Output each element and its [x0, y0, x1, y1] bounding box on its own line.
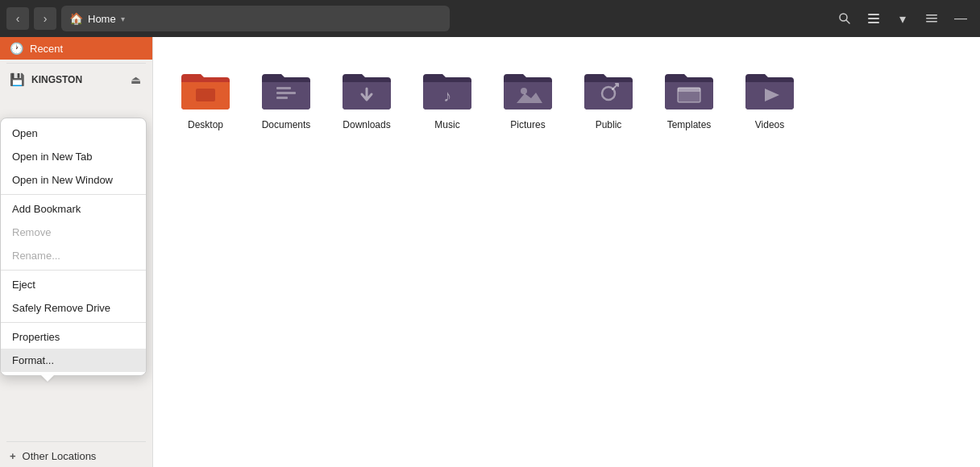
folder-label-downloads: Downloads: [343, 119, 390, 130]
recent-icon: 🕐: [10, 42, 23, 55]
minimize-button[interactable]: —: [948, 6, 974, 31]
sidebar: 🕐 Recent Open Open in New Tab Open in Ne…: [0, 37, 153, 467]
svg-rect-5: [926, 14, 937, 16]
folder-grid: Desktop Documents: [169, 56, 964, 137]
view-list-button[interactable]: [861, 6, 887, 31]
folder-item-public[interactable]: Public: [572, 56, 645, 137]
kingston-drive-icon: 💾: [10, 72, 25, 87]
home-icon: 🏠: [69, 12, 83, 25]
search-button[interactable]: [832, 6, 858, 31]
svg-rect-4: [868, 22, 879, 23]
header: ‹ › 🏠 Home ▾ ▾ —: [0, 0, 980, 37]
sidebar-divider-1: [6, 63, 146, 64]
recent-label: Recent: [30, 43, 63, 55]
back-button[interactable]: ‹: [6, 7, 29, 30]
other-locations-icon: +: [10, 450, 16, 462]
folder-item-templates[interactable]: Templates: [653, 56, 725, 137]
folder-label-music: Music: [434, 119, 459, 130]
folder-icon-desktop: [180, 63, 231, 114]
kingston-label: KINGSTON: [31, 74, 122, 85]
breadcrumb-bar: 🏠 Home ▾: [61, 6, 450, 31]
folder-label-videos: Videos: [755, 119, 784, 130]
header-actions: ▾ —: [832, 6, 974, 31]
other-locations-label: Other Locations: [23, 450, 97, 462]
ctx-rename: Rename...: [1, 244, 146, 267]
folder-label-desktop: Desktop: [188, 119, 223, 130]
svg-rect-16: [678, 88, 700, 92]
folder-item-pictures[interactable]: Pictures: [492, 56, 564, 137]
ctx-eject[interactable]: Eject: [1, 273, 146, 296]
folder-item-music[interactable]: ♪ Music: [411, 56, 484, 137]
folder-icon-pictures: [502, 63, 554, 114]
breadcrumb-text: Home: [88, 13, 116, 25]
folder-icon-downloads: [341, 63, 392, 114]
content-area: Desktop Documents: [153, 37, 980, 467]
svg-rect-3: [868, 18, 879, 19]
svg-rect-9: [276, 87, 291, 89]
ctx-remove: Remove: [1, 221, 146, 244]
main-layout: 🕐 Recent Open Open in New Tab Open in Ne…: [0, 37, 980, 467]
view-options-button[interactable]: ▾: [890, 6, 916, 31]
svg-point-13: [521, 88, 527, 94]
context-menu: Open Open in New Tab Open in New Window …: [0, 118, 147, 376]
menu-button[interactable]: [919, 6, 945, 31]
ctx-safely-remove[interactable]: Safely Remove Drive: [1, 296, 146, 320]
folder-item-videos[interactable]: Videos: [733, 56, 806, 137]
folder-icon-music: ♪: [421, 63, 473, 114]
sidebar-divider-2: [6, 441, 146, 442]
folder-icon-documents: [260, 63, 312, 114]
ctx-format[interactable]: Format...: [1, 349, 146, 372]
ctx-properties[interactable]: Properties: [1, 325, 146, 349]
svg-rect-7: [926, 21, 937, 23]
ctx-open-new-tab[interactable]: Open in New Tab: [1, 145, 146, 168]
folder-item-desktop[interactable]: Desktop: [169, 56, 242, 137]
folder-label-public: Public: [596, 119, 622, 130]
sidebar-item-recent[interactable]: 🕐 Recent: [0, 37, 152, 60]
forward-button[interactable]: ›: [34, 7, 56, 30]
svg-rect-2: [868, 14, 879, 15]
folder-label-pictures: Pictures: [510, 119, 545, 130]
folder-icon-templates: [663, 63, 715, 114]
folder-item-downloads[interactable]: Downloads: [330, 56, 403, 137]
svg-rect-10: [276, 92, 296, 94]
folder-icon-public: [583, 63, 634, 114]
ctx-add-bookmark[interactable]: Add Bookmark: [1, 197, 146, 221]
ctx-open-new-window[interactable]: Open in New Window: [1, 168, 146, 192]
folder-item-documents[interactable]: Documents: [250, 56, 322, 137]
sidebar-item-other-locations[interactable]: + Other Locations: [0, 445, 152, 467]
svg-text:♪: ♪: [443, 87, 451, 105]
folder-label-documents: Documents: [262, 119, 311, 130]
eject-button[interactable]: ⏏: [129, 72, 143, 88]
svg-rect-11: [276, 97, 288, 99]
ctx-divider-3: [1, 322, 146, 323]
folder-icon-videos: [744, 63, 795, 114]
svg-rect-6: [926, 18, 937, 19]
sidebar-item-kingston[interactable]: 💾 KINGSTON ⏏: [0, 67, 152, 93]
breadcrumb-dropdown-icon[interactable]: ▾: [121, 14, 125, 23]
ctx-divider-2: [1, 270, 146, 271]
svg-rect-8: [196, 89, 215, 101]
ctx-divider-1: [1, 194, 146, 195]
ctx-open[interactable]: Open: [1, 122, 146, 145]
svg-line-1: [846, 20, 849, 23]
folder-label-templates: Templates: [667, 119, 712, 130]
